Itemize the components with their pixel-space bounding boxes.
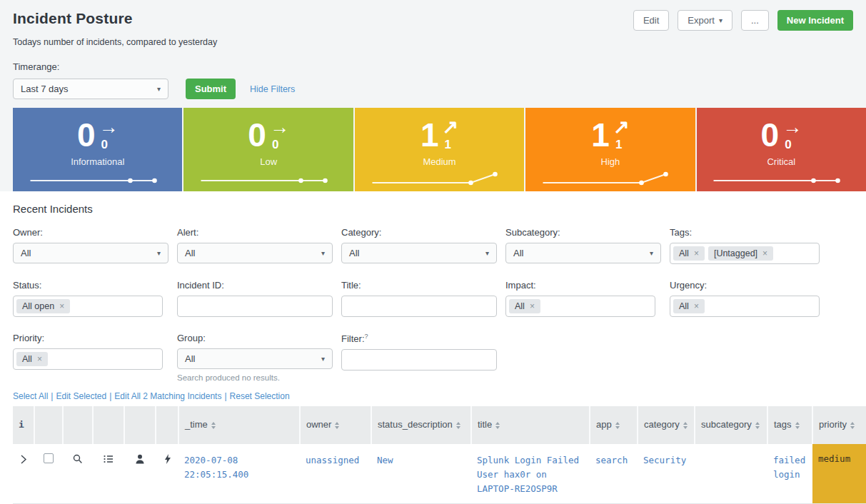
kpi-card-high[interactable]: 1 ↗ 1 High bbox=[525, 108, 695, 191]
alert-select-value: All bbox=[185, 248, 195, 258]
search-incident-button[interactable] bbox=[63, 444, 93, 504]
impact-chip[interactable]: All × bbox=[509, 299, 540, 313]
urgency-chip[interactable]: All × bbox=[673, 299, 705, 313]
cell-priority[interactable]: medium bbox=[812, 444, 866, 504]
filter-input[interactable] bbox=[341, 349, 497, 371]
column-category[interactable]: category bbox=[638, 406, 695, 444]
view-details-button[interactable] bbox=[93, 444, 124, 504]
cell-app[interactable]: search bbox=[590, 444, 638, 504]
close-icon[interactable]: × bbox=[530, 301, 535, 311]
trend-flat-arrow-icon: → bbox=[270, 120, 289, 136]
hide-filters-link[interactable]: Hide Filters bbox=[250, 84, 295, 94]
close-icon[interactable]: × bbox=[59, 301, 64, 311]
column-priority[interactable]: priority bbox=[812, 406, 866, 444]
kpi-card-informational[interactable]: 0 → 0 Informational bbox=[13, 108, 182, 191]
tag-chip[interactable]: [Untagged] × bbox=[708, 246, 773, 261]
submit-button[interactable]: Submit bbox=[186, 79, 236, 99]
more-button[interactable]: ... bbox=[741, 10, 769, 31]
filter-label: Filter:? bbox=[341, 333, 505, 344]
column-owner[interactable]: owner bbox=[300, 406, 371, 444]
group-select-value: All bbox=[185, 353, 195, 364]
edit-selected-link[interactable]: Edit Selected bbox=[56, 391, 106, 401]
cell-tags[interactable]: failed login bbox=[767, 444, 812, 504]
impact-input[interactable]: All × bbox=[505, 296, 655, 317]
group-hint: Search produced no results. bbox=[177, 373, 341, 382]
close-icon[interactable]: × bbox=[762, 248, 767, 258]
sort-icon bbox=[683, 422, 688, 429]
select-all-link[interactable]: Select All bbox=[13, 391, 48, 401]
close-icon[interactable]: × bbox=[37, 354, 42, 364]
column-app[interactable]: app bbox=[590, 406, 638, 444]
status-chip[interactable]: All open × bbox=[16, 299, 70, 313]
row-checkbox[interactable] bbox=[44, 453, 54, 463]
tag-chip[interactable]: All × bbox=[673, 246, 705, 261]
reset-selection-link[interactable]: Reset Selection bbox=[230, 391, 290, 401]
sparkline-up bbox=[537, 171, 683, 186]
select-row-cell[interactable] bbox=[34, 444, 63, 504]
trend-up-arrow-icon: ↗ bbox=[613, 120, 630, 136]
cell-category[interactable]: Security bbox=[638, 444, 695, 504]
category-select[interactable]: All ▾ bbox=[341, 243, 497, 263]
lightning-icon bbox=[162, 453, 172, 465]
status-chip-label: All open bbox=[22, 301, 54, 311]
export-button-label: Export bbox=[688, 15, 715, 26]
column-status-description[interactable]: status_description bbox=[371, 406, 471, 444]
cell-title[interactable]: Splunk Login Failed User hax0r on LAPTOP… bbox=[471, 444, 590, 504]
sort-icon bbox=[615, 422, 620, 429]
cell-subcategory[interactable] bbox=[695, 444, 767, 504]
timerange-select[interactable]: Last 7 days ▾ bbox=[13, 79, 168, 99]
column-tags[interactable]: tags bbox=[767, 406, 812, 444]
status-input[interactable]: All open × bbox=[13, 296, 163, 317]
urgency-label: Urgency: bbox=[670, 280, 834, 291]
cell-time[interactable]: 2020-07-08 22:05:15.400 bbox=[178, 444, 300, 504]
subcategory-select[interactable]: All ▾ bbox=[505, 243, 661, 263]
column-label: subcategory bbox=[701, 419, 752, 430]
cell-status-description[interactable]: New bbox=[371, 444, 471, 504]
edit-button[interactable]: Edit bbox=[633, 10, 669, 31]
quick-action-button[interactable] bbox=[156, 444, 178, 504]
sort-icon bbox=[495, 422, 500, 429]
subcategory-select-value: All bbox=[513, 248, 523, 258]
section-title: Recent Incidents bbox=[13, 203, 866, 215]
export-button[interactable]: Export ▾ bbox=[678, 10, 732, 31]
owner-select[interactable]: All ▾ bbox=[13, 243, 168, 263]
help-question-icon[interactable]: ? bbox=[365, 333, 368, 340]
page-header: Incident Posture Edit Export ▾ ... New I… bbox=[0, 0, 866, 108]
priority-chip[interactable]: All × bbox=[16, 352, 48, 366]
new-incident-button[interactable]: New Incident bbox=[777, 10, 853, 31]
kpi-card-critical[interactable]: 0 → 0 Critical bbox=[697, 108, 866, 191]
kpi-value: 1 bbox=[421, 119, 439, 151]
priority-input[interactable]: All × bbox=[13, 348, 163, 370]
title-input[interactable] bbox=[341, 296, 497, 317]
incident-id-input[interactable] bbox=[177, 296, 333, 317]
kpi-card-low[interactable]: 0 → 0 Low bbox=[183, 108, 353, 191]
caret-down-icon: ▾ bbox=[157, 249, 161, 257]
kpi-cards-row: 0 → 0 Informational 0 → 0 Low 1 bbox=[0, 108, 866, 191]
group-select[interactable]: All ▾ bbox=[177, 348, 333, 369]
column-time[interactable]: _time bbox=[178, 406, 300, 444]
column-info: i bbox=[13, 406, 34, 444]
column-subcategory[interactable]: subcategory bbox=[695, 406, 767, 444]
close-icon[interactable]: × bbox=[694, 301, 699, 311]
tags-label: Tags: bbox=[670, 227, 834, 238]
priority-label: Priority: bbox=[13, 333, 177, 343]
table-header-row: i _time owner status_description title a… bbox=[13, 406, 866, 444]
assign-owner-button[interactable] bbox=[124, 444, 156, 504]
kpi-label: Informational bbox=[13, 156, 182, 167]
urgency-input[interactable]: All × bbox=[670, 296, 820, 317]
kpi-card-medium[interactable]: 1 ↗ 1 Medium bbox=[355, 108, 524, 191]
tags-input[interactable]: All × [Untagged] × bbox=[670, 243, 820, 264]
expand-row-button[interactable] bbox=[13, 444, 34, 504]
selection-links: Select All|Edit Selected|Edit All 2 Matc… bbox=[13, 391, 866, 401]
cell-owner[interactable]: unassigned bbox=[300, 444, 371, 504]
edit-all-matching-link[interactable]: Edit All 2 Matching Incidents bbox=[114, 391, 221, 401]
column-label: owner bbox=[306, 419, 331, 430]
alert-select[interactable]: All ▾ bbox=[177, 243, 333, 263]
filter-impact: Impact: All × bbox=[505, 280, 670, 317]
filter-filter: Filter:? bbox=[341, 333, 505, 382]
tag-chip-label: [Untagged] bbox=[714, 248, 757, 258]
close-icon[interactable]: × bbox=[694, 248, 699, 258]
column-title[interactable]: title bbox=[471, 406, 590, 444]
trend-flat-arrow-icon: → bbox=[782, 120, 802, 136]
kpi-value: 0 bbox=[761, 119, 780, 151]
